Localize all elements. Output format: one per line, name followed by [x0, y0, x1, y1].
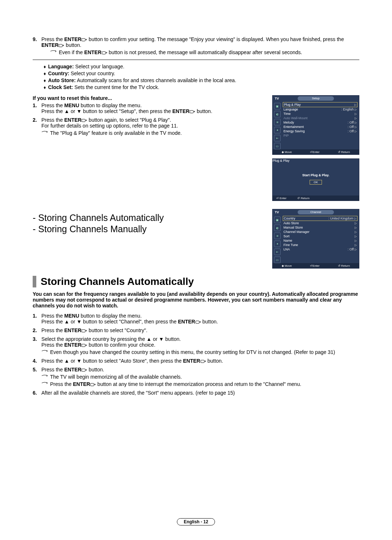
picture-icon: ▣: [274, 217, 281, 223]
return-icon: ↺: [338, 264, 340, 267]
feature-bullets: ♦ Language: Select your language. ♦ Coun…: [33, 64, 359, 90]
note-arrow-icon: [41, 349, 48, 353]
reset-title: If you want to reset this feature...: [33, 95, 266, 101]
return-icon: ↺: [297, 197, 300, 200]
bullet-clockset: ♦ Clock Set: Sets the current time for t…: [44, 84, 359, 90]
enter-icon: [189, 108, 195, 114]
chevron-right-icon: ▷: [355, 108, 357, 111]
osd-row-country[interactable]: Country: United Kingdom ▷: [283, 216, 358, 221]
osd-channel-panel: TVChannel ▣ ◐ ≋ ✦ ⇤ ▭ Country: United Ki…: [272, 209, 359, 269]
osd-plugplay-panel: Plug & Play Start Plug & Play. OK ⏎ Ente…: [272, 158, 359, 201]
chevron-right-icon: ▷: [355, 130, 357, 133]
step-5: 5. Press the ENTER button. The TV will b…: [33, 367, 359, 387]
svg-rect-3: [190, 110, 193, 113]
chevron-right-icon: ▷: [355, 117, 357, 120]
osd-row-sort[interactable]: Sort▷: [283, 234, 358, 238]
osd-row-language[interactable]: Language: English ▷: [283, 107, 358, 112]
osd-tv-label: TV: [275, 97, 279, 100]
step-1: 1. Press the MENU button to display the …: [33, 313, 359, 325]
step-3: 3. Select the appropriate country by pre…: [33, 336, 359, 355]
osd-row-manualstore[interactable]: Manual Store▷: [283, 225, 358, 230]
osd-title: Setup: [298, 96, 334, 101]
svg-rect-2: [102, 52, 106, 54]
osd-row-time[interactable]: Time▷: [283, 112, 358, 116]
input-icon: ⇤: [274, 135, 281, 141]
note-arrow-icon: [50, 49, 57, 53]
osd-row-entertainment[interactable]: Entertainment: Off ▷: [283, 125, 358, 129]
return-icon: ↺: [338, 150, 340, 154]
enter-icon: [195, 319, 201, 325]
channel-icon: ≋: [274, 119, 281, 125]
osd-row-finetune[interactable]: Fine Tune▷: [283, 243, 358, 247]
step-2: 2. Press the ENTER button to select "Cou…: [33, 327, 359, 333]
enter-icon: [81, 327, 87, 333]
osd-row-energy[interactable]: Energy Saving: Off ▷: [283, 129, 358, 133]
note-arrow-icon: [41, 130, 48, 134]
reset-step-2-note: The "Plug & Play" feature is only availa…: [41, 130, 266, 136]
osd-row-melody[interactable]: Melody: Off ▷: [283, 120, 358, 125]
osd-row-lna[interactable]: LNA: Off ▷: [283, 247, 358, 251]
osd-tv-label: TV: [275, 210, 279, 214]
sound-icon: ◐: [274, 111, 281, 117]
sound-icon: ◐: [274, 225, 281, 231]
step-9: 9. Press the ENTER button to confirm you…: [33, 36, 359, 55]
reset-step-2: 2. Press the ENTER button again, to sele…: [33, 117, 266, 136]
chevron-right-icon: ▷: [355, 230, 357, 234]
title-auto: - Storing Channels Automatically: [33, 213, 266, 223]
osd-row-channelmgr[interactable]: Channel Manager▷: [283, 230, 358, 234]
osd-setup-panel: TVSetup ▣ ◐ ≋ ✦ ⇤ ▭ Plug & Play▷ Langu: [272, 95, 359, 155]
reset-instructions: If you want to reset this feature... 1. …: [33, 95, 266, 201]
dtv-icon: ▭: [274, 143, 281, 149]
ok-button[interactable]: OK: [310, 180, 322, 185]
chevron-right-icon: ▷: [355, 125, 357, 129]
bullet-autostore: ♦ Auto Store: Automatically scans for an…: [44, 77, 359, 83]
setup-icon: ✦: [274, 241, 281, 247]
osd-list: Country: United Kingdom ▷ Auto Store▷ Ma…: [282, 215, 359, 263]
diamond-icon: ♦: [44, 71, 46, 76]
osd-row-name[interactable]: Name▷: [283, 238, 358, 243]
svg-rect-1: [59, 44, 62, 47]
svg-rect-4: [82, 119, 85, 122]
svg-rect-6: [82, 330, 85, 332]
chevron-right-icon: ▷: [355, 121, 357, 124]
osd-message: Start Plug & Play.: [302, 173, 329, 177]
doc-body: 9. Press the ENTER button to confirm you…: [18, 36, 374, 396]
enter-icon: [81, 367, 87, 372]
osd-sidebar-icons: ▣ ◐ ≋ ✦ ⇤ ▭: [273, 215, 282, 263]
osd-row-autostore[interactable]: Auto Store▷: [283, 221, 358, 225]
enter-icon: [58, 42, 64, 48]
svg-rect-8: [201, 360, 204, 363]
enter-icon: [90, 381, 96, 387]
bullet-country: ♦ Country: Select your country.: [44, 70, 359, 76]
osd-footer: ◆ Move⏎Enter↺ Return: [273, 149, 359, 154]
chevron-right-icon: ▷: [355, 235, 357, 238]
step-5-note-2: Press the ENTER button at any time to in…: [41, 381, 359, 387]
osd-sidebar-icons: ▣ ◐ ≋ ✦ ⇤ ▭: [273, 101, 282, 149]
osd-row-autowall: Auto Wall-Mount▷: [283, 116, 358, 120]
osd-row-pip: PIP: [283, 133, 358, 138]
picture-icon: ▣: [274, 103, 281, 109]
enter-icon: [200, 358, 206, 364]
channel-icon: ≋: [274, 233, 281, 239]
enter-icon: [102, 49, 107, 55]
svg-rect-7: [82, 344, 85, 347]
enter-icon: [81, 117, 87, 123]
chevron-right-icon: ▷: [355, 222, 357, 225]
updown-icon: ◆: [282, 150, 284, 154]
enter-icon: ⏎: [276, 197, 279, 200]
divider: [33, 60, 359, 60]
setup-icon: ✦: [274, 127, 281, 133]
chevron-right-icon: ▷: [355, 239, 357, 242]
step-9-text: Press the ENTER button to confirm your s…: [41, 36, 359, 55]
diamond-icon: ♦: [44, 85, 46, 90]
osd-row-plugplay[interactable]: Plug & Play▷: [283, 102, 358, 107]
updown-icon: ◆: [282, 264, 284, 267]
osd-title: Channel: [298, 210, 334, 214]
step-9-note: Even if the ENTER button is not pressed,…: [50, 49, 359, 55]
diamond-icon: ♦: [44, 64, 46, 69]
diamond-icon: ♦: [44, 78, 46, 83]
enter-icon: [81, 342, 87, 348]
step-6: 6. After all the available channels are …: [33, 390, 359, 396]
svg-rect-9: [82, 369, 85, 371]
osd-title: Plug & Play: [273, 159, 290, 162]
